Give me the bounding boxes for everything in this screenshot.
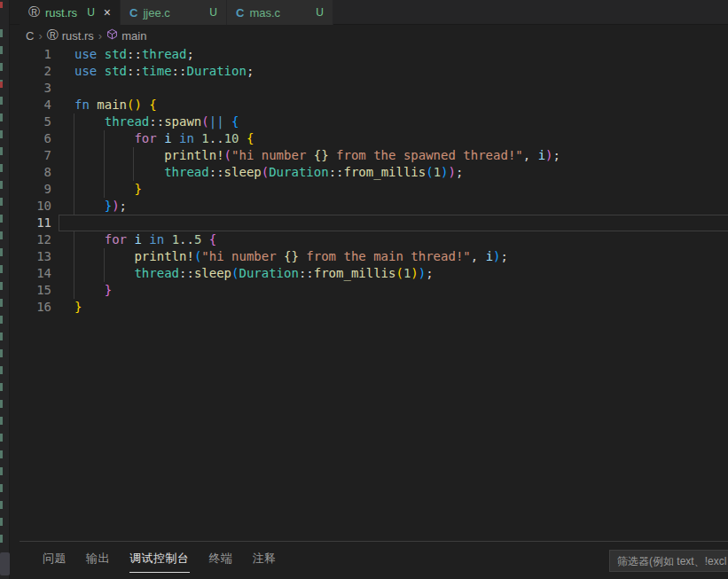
token: { bbox=[209, 232, 216, 246]
line-content: } bbox=[74, 282, 112, 299]
code-line-3[interactable]: 3 bbox=[10, 80, 728, 97]
code-line-1[interactable]: 1use std::thread; bbox=[10, 46, 728, 63]
token: std bbox=[105, 64, 127, 78]
code-line-16[interactable]: 16} bbox=[10, 299, 728, 316]
token: Duration bbox=[269, 165, 328, 179]
debug-console-filter-input[interactable] bbox=[609, 550, 728, 572]
line-number: 7 bbox=[10, 147, 51, 164]
line-number: 8 bbox=[10, 164, 51, 181]
token: .. bbox=[209, 131, 224, 145]
token bbox=[74, 148, 164, 162]
token: from_millis bbox=[343, 165, 426, 179]
code-line-10[interactable]: 10 }); bbox=[10, 198, 728, 215]
indent-guide bbox=[133, 164, 134, 181]
token bbox=[164, 232, 171, 246]
token bbox=[74, 199, 105, 213]
token: :: bbox=[209, 165, 224, 179]
line-content: thread::sleep(Duration::from_millis(1)); bbox=[74, 164, 463, 181]
panel-tab-4[interactable]: 终端 bbox=[209, 551, 233, 573]
token: from_millis bbox=[314, 266, 396, 280]
panel-tab-1[interactable]: 问题 bbox=[43, 551, 67, 573]
breadcrumb-item-main[interactable]: main bbox=[106, 28, 146, 43]
token: std bbox=[105, 47, 127, 61]
line-content: use std::thread; bbox=[74, 46, 194, 63]
token bbox=[74, 283, 105, 297]
indent-guide bbox=[104, 248, 105, 265]
token: in bbox=[149, 232, 164, 246]
code-line-15[interactable]: 15 } bbox=[10, 282, 728, 299]
token: thread bbox=[134, 266, 179, 280]
editor-tab-bar: Ⓡrust.rsU×Cjjee.cUCmas.cU bbox=[10, 0, 728, 25]
code-line-2[interactable]: 2use std::time::Duration; bbox=[10, 63, 728, 80]
breadcrumb-item-rust-rs[interactable]: Ⓡrust.rs bbox=[47, 27, 94, 43]
token: println! bbox=[134, 249, 193, 263]
token: thread bbox=[142, 47, 187, 61]
token: } bbox=[134, 182, 141, 196]
code-line-7[interactable]: 7 println!("hi number {} from the spawne… bbox=[10, 147, 728, 164]
panel-tab-3[interactable]: 调试控制台 bbox=[129, 551, 190, 573]
token: Duration bbox=[239, 266, 298, 280]
token bbox=[530, 148, 537, 162]
code-editor[interactable]: 1use std::thread;2use std::time::Duratio… bbox=[10, 46, 728, 316]
breadcrumb-item-C[interactable]: C bbox=[26, 29, 34, 43]
token: {} bbox=[284, 249, 299, 263]
token: { bbox=[247, 131, 254, 145]
indent-guide bbox=[74, 130, 74, 147]
token: ; bbox=[426, 266, 433, 280]
line-content: }); bbox=[74, 198, 127, 215]
token: } bbox=[74, 300, 82, 314]
panel-tab-2[interactable]: 输出 bbox=[86, 551, 110, 573]
token: time bbox=[142, 64, 172, 78]
line-content: println!("hi number {} from the spawned … bbox=[74, 147, 560, 164]
token bbox=[224, 114, 231, 129]
strip-red-mark bbox=[0, 82, 3, 88]
token bbox=[478, 249, 485, 263]
code-line-6[interactable]: 6 for i in 1..10 { bbox=[10, 130, 728, 147]
token bbox=[97, 47, 104, 61]
indent-guide bbox=[104, 265, 105, 282]
code-line-8[interactable]: 8 thread::sleep(Duration::from_millis(1)… bbox=[10, 164, 728, 181]
line-number: 3 bbox=[10, 80, 51, 97]
chevron-right-icon: › bbox=[38, 29, 42, 43]
code-line-14[interactable]: 14 thread::sleep(Duration::from_millis(1… bbox=[10, 265, 728, 282]
token: i bbox=[538, 148, 545, 162]
token bbox=[97, 64, 104, 78]
close-icon[interactable]: × bbox=[104, 6, 111, 19]
token: use bbox=[74, 47, 97, 61]
tab-mas-c[interactable]: Cmas.cU bbox=[227, 0, 333, 25]
code-line-12[interactable]: 12 for i in 1..5 { bbox=[10, 231, 728, 248]
token: "hi number bbox=[201, 249, 284, 263]
tab-rust-rs[interactable]: Ⓡrust.rsU× bbox=[20, 0, 121, 25]
token: , bbox=[523, 148, 530, 162]
token: 1 bbox=[172, 232, 179, 246]
breadcrumb-label: rust.rs bbox=[62, 29, 94, 43]
token: ; bbox=[553, 148, 560, 162]
token: :: bbox=[127, 47, 142, 61]
token bbox=[74, 266, 134, 280]
breadcrumb: C›Ⓡrust.rs›main bbox=[10, 25, 728, 46]
panel-tab-5[interactable]: 注释 bbox=[253, 551, 277, 573]
token: fn bbox=[74, 98, 90, 112]
code-line-5[interactable]: 5 thread::spawn(|| { bbox=[10, 113, 728, 130]
code-line-11[interactable]: 11 bbox=[10, 215, 728, 231]
token: ( bbox=[224, 148, 231, 162]
token bbox=[74, 165, 164, 179]
token: ( bbox=[262, 165, 269, 179]
code-line-13[interactable]: 13 println!("hi number {} from the main … bbox=[10, 248, 728, 265]
token: main bbox=[97, 98, 127, 112]
token: :: bbox=[127, 64, 142, 78]
code-line-9[interactable]: 9 } bbox=[10, 181, 728, 198]
line-content: for i in 1..5 { bbox=[74, 231, 216, 248]
line-number: 16 bbox=[10, 299, 51, 316]
indent-guide bbox=[74, 282, 74, 299]
bottom-panel: 问题输出调试控制台终端注释 bbox=[20, 541, 728, 579]
token: ) bbox=[411, 266, 418, 280]
line-number: 12 bbox=[10, 231, 51, 248]
code-line-4[interactable]: 4fn main() { bbox=[10, 97, 728, 113]
indent-guide bbox=[74, 248, 74, 265]
token: thread bbox=[105, 114, 150, 129]
token: || bbox=[209, 114, 224, 129]
token bbox=[74, 249, 134, 263]
strip-scrollbar-thumb[interactable] bbox=[0, 552, 10, 575]
tab-jjee-c[interactable]: Cjjee.cU bbox=[121, 0, 227, 25]
